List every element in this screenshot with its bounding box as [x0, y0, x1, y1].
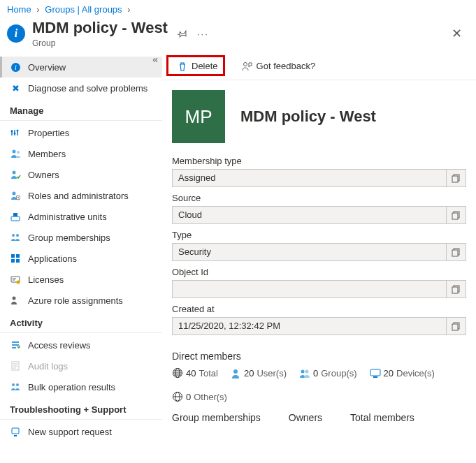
svg-rect-12 [13, 213, 17, 216]
stat-devices-number: 20 [384, 368, 394, 379]
audit-logs-icon [10, 360, 21, 372]
sidebar-item-support[interactable]: New support request [0, 421, 162, 442]
globe-icon [172, 367, 183, 379]
copy-icon[interactable] [446, 318, 466, 335]
svg-point-3 [14, 133, 16, 135]
copy-icon[interactable] [446, 170, 466, 186]
group-memberships-icon [10, 232, 21, 243]
command-bar: Delete Got feedback? [162, 54, 476, 80]
stat-total[interactable]: 40 Total [172, 367, 218, 379]
sidebar-item-bulk-results[interactable]: Bulk operation results [0, 376, 162, 397]
sidebar-item-label: Group memberships [28, 233, 110, 243]
sidebar-item-admin-units[interactable]: Administrative units [0, 206, 162, 227]
sidebar-item-group-memberships[interactable]: Group memberships [0, 227, 162, 248]
info-icon: i [7, 24, 25, 43]
svg-point-20 [17, 281, 20, 284]
svg-rect-42 [370, 369, 380, 376]
stat-groups-label: Group(s) [321, 368, 356, 379]
support-icon [10, 426, 21, 437]
svg-rect-32 [452, 250, 458, 256]
sidebar-section-activity: Activity [0, 311, 162, 333]
type-label: Type [172, 230, 466, 240]
sidebar-item-audit-logs[interactable]: Audit logs [0, 355, 162, 376]
wrench-icon: ✖ [10, 82, 21, 94]
svg-rect-28 [452, 176, 458, 182]
stat-total-number: 40 [186, 368, 196, 379]
sidebar-item-overview[interactable]: i Overview [0, 57, 162, 78]
sidebar-item-members[interactable]: Members [0, 143, 162, 164]
objectid-label: Object Id [172, 267, 466, 277]
breadcrumb-home[interactable]: Home [7, 4, 31, 15]
source-value: Cloud [173, 207, 446, 223]
created-value: 11/25/2020, 12:32:42 PM [173, 318, 446, 335]
stat-others-label: Other(s) [194, 392, 227, 402]
chevron-right-icon: › [124, 4, 133, 15]
svg-rect-34 [452, 287, 458, 293]
group-avatar: MP [172, 90, 225, 143]
breadcrumb: Home › Groups | All groups › [0, 0, 476, 16]
copy-icon[interactable] [446, 281, 466, 297]
svg-point-7 [12, 171, 15, 175]
sidebar-section-troubleshoot: Troubleshooting + Support [0, 397, 162, 420]
group-memberships-heading: Group memberships [172, 412, 261, 423]
svg-point-39 [233, 369, 238, 374]
breadcrumb-groups[interactable]: Groups | All groups [45, 4, 122, 15]
sidebar-item-applications[interactable]: Applications [0, 248, 162, 269]
svg-rect-17 [11, 259, 15, 263]
feedback-button-label: Got feedback? [257, 61, 316, 71]
stat-total-label: Total [199, 368, 217, 379]
created-label: Created at [172, 304, 466, 314]
feedback-button[interactable]: Got feedback? [236, 58, 322, 74]
svg-rect-11 [11, 216, 20, 221]
device-icon [370, 368, 381, 378]
sidebar-item-label: Properties [28, 128, 69, 138]
chevron-right-icon: › [34, 4, 42, 15]
delete-button[interactable]: Delete [172, 58, 224, 74]
svg-text:i: i [15, 64, 17, 71]
svg-rect-30 [452, 213, 458, 219]
svg-point-26 [243, 62, 247, 66]
sidebar-item-azure-roles[interactable]: Azure role assignments [0, 290, 162, 311]
sidebar-item-access-reviews[interactable]: Access reviews [0, 335, 162, 355]
svg-point-14 [16, 234, 19, 237]
stat-others[interactable]: 0 Other(s) [172, 391, 227, 402]
sidebar-item-diagnose[interactable]: ✖ Diagnose and solve problems [0, 78, 162, 98]
stat-users-label: User(s) [257, 368, 287, 379]
stat-devices-label: Device(s) [396, 368, 435, 379]
svg-point-40 [301, 369, 305, 373]
sidebar-item-licenses[interactable]: Licenses [0, 269, 162, 290]
licenses-icon [10, 274, 21, 285]
svg-point-5 [12, 150, 15, 154]
total-members-heading: Total members [350, 412, 414, 423]
stat-groups[interactable]: 0 Group(s) [299, 368, 357, 379]
svg-point-10 [17, 197, 19, 198]
copy-icon[interactable] [446, 244, 466, 260]
pin-icon[interactable] [178, 29, 187, 38]
stat-devices[interactable]: 20 Device(s) [370, 368, 435, 379]
members-icon [10, 148, 21, 159]
sidebar-item-label: New support request [28, 427, 112, 437]
copy-icon[interactable] [446, 207, 466, 223]
svg-rect-18 [16, 259, 20, 263]
membership-type-label: Membership type [172, 156, 466, 166]
owners-icon [10, 169, 21, 180]
sidebar-item-properties[interactable]: Properties [0, 122, 162, 143]
close-icon[interactable]: ✕ [449, 23, 465, 44]
roles-icon [10, 190, 21, 201]
sidebar-item-label: Access reviews [28, 340, 91, 351]
page-titlebar: i MDM policy - West Group ··· ✕ [0, 16, 476, 54]
collapse-sidebar-icon[interactable]: « [152, 54, 158, 65]
svg-rect-15 [11, 254, 15, 258]
more-icon[interactable]: ··· [197, 29, 209, 39]
bulk-results-icon [10, 381, 21, 392]
group-icon [299, 368, 310, 379]
svg-point-13 [12, 234, 15, 237]
svg-rect-16 [16, 254, 20, 258]
sidebar-item-roles[interactable]: Roles and administrators [0, 185, 162, 206]
stat-users[interactable]: 20 User(s) [231, 368, 287, 379]
svg-rect-25 [12, 428, 19, 434]
svg-point-6 [17, 151, 20, 154]
azure-roles-icon [10, 295, 21, 306]
sidebar-item-label: Azure role assignments [28, 295, 123, 306]
sidebar-item-owners[interactable]: Owners [0, 164, 162, 185]
